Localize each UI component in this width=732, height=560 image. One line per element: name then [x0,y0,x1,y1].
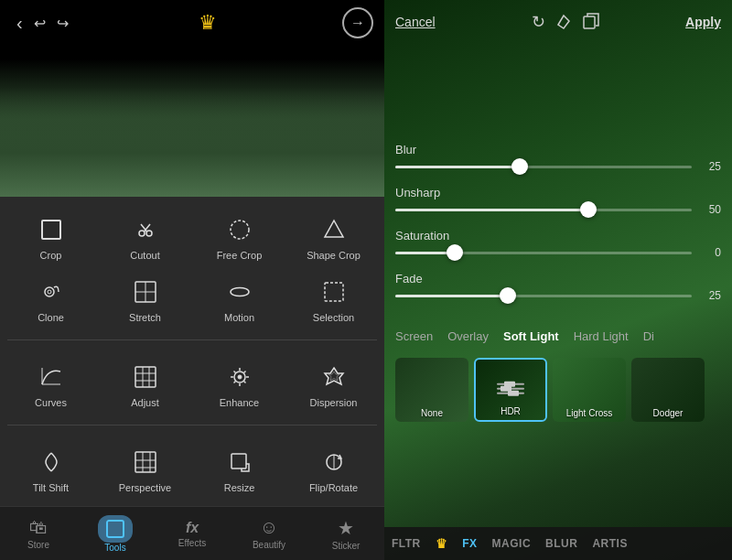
unsharp-value: 50 [699,203,721,216]
blur-label: Blur [395,143,721,156]
svg-point-7 [45,287,54,296]
eraser-icon[interactable] [554,12,573,32]
nav-store[interactable]: 🛍 Store [0,513,77,554]
svg-line-26 [233,372,235,373]
copy-icon[interactable] [582,12,600,32]
nav-sticker[interactable]: ★ Sticker [307,513,384,555]
tab-blur[interactable]: BLUR [545,537,577,550]
tool-clone[interactable]: Clone [4,266,98,328]
blend-overlay[interactable]: Overlay [447,329,489,343]
blend-screen[interactable]: Screen [395,329,433,343]
tilt-shift-label: Tilt Shift [33,482,69,493]
adjust-label: Adjust [131,397,159,408]
cutout-label: Cutout [130,250,159,261]
tab-magic[interactable]: MAGIC [492,537,532,550]
shape-crop-icon [318,213,350,246]
back-button[interactable]: ‹ [11,7,28,39]
svg-point-1 [139,231,145,236]
sticker-label: Sticker [332,541,361,551]
svg-line-27 [243,382,245,383]
apply-button[interactable]: Apply [685,15,721,29]
dispersion-label: Dispersion [310,397,358,408]
nav-tools[interactable]: Tools [77,512,154,556]
blend-di[interactable]: Di [643,329,654,343]
tilt-shift-icon [35,446,68,479]
svg-rect-40 [107,521,124,537]
selection-label: Selection [313,312,354,323]
motion-label: Motion [224,312,254,323]
tool-free-crop[interactable]: Free Crop [192,204,286,266]
blend-hard-light[interactable]: Hard Light [574,329,629,343]
tool-selection[interactable]: Selection [286,266,381,328]
tool-dispersion[interactable]: Dispersion [286,351,381,414]
filter-hdr[interactable]: HDR [474,358,547,422]
svg-point-8 [48,290,51,294]
tool-stretch[interactable]: Stretch [98,266,192,328]
tools-grid-2: Curves Adjust [0,344,384,421]
filter-light-cross[interactable]: Light Cross [553,358,626,422]
tools-tab-bg [98,515,133,543]
blend-soft-light[interactable]: Soft Light [503,329,559,343]
tool-adjust[interactable]: Adjust [98,351,192,414]
svg-point-2 [146,231,152,236]
free-crop-label: Free Crop [217,250,263,261]
tools-grid-3: Tilt Shift Perspective [0,429,384,506]
fade-slider-row: Fade 25 [395,272,721,302]
tab-fltr[interactable]: FLTR [392,537,421,550]
crown-icon: ♛ [193,5,222,40]
blur-track[interactable] [395,166,692,168]
tab-fx[interactable]: FX [462,537,477,550]
svg-rect-0 [42,221,60,239]
right-overlay: Cancel ↻ Apply [384,0,732,560]
unsharp-track[interactable] [395,209,692,211]
undo-button[interactable]: ↩ [28,9,51,38]
saturation-track[interactable] [395,252,692,254]
stretch-label: Stretch [129,312,161,323]
nav-beautify[interactable]: ☺ Beautify [231,513,307,554]
filter-none[interactable]: None [395,358,468,422]
svg-marker-6 [325,221,343,237]
effects-label: Effects [178,538,206,548]
motion-icon [223,275,256,308]
tool-flip-rotate[interactable]: Flip/Rotate [286,436,381,499]
tool-shape-crop[interactable]: Shape Crop [286,204,381,266]
svg-rect-12 [325,283,343,301]
tools-divider-1 [7,339,377,340]
left-image-preview: ‹ ↩ ↪ ♛ → [0,0,384,197]
tool-motion[interactable]: Motion [192,266,286,328]
filter-dodger[interactable]: Dodger [631,358,705,422]
cancel-button[interactable]: Cancel [395,15,436,29]
sticker-icon: ★ [338,517,354,539]
forward-button[interactable]: → [342,7,373,38]
svg-point-5 [231,221,249,239]
tab-artist[interactable]: ARTIS [592,537,628,550]
bottom-nav: 🛍 Store Tools fx Effects ☺ Beautify ★ St… [0,506,384,560]
tool-crop[interactable]: Crop [4,204,98,266]
fade-track[interactable] [395,295,692,297]
redo-button[interactable]: ↪ [51,9,74,38]
tool-resize[interactable]: Resize [192,436,286,499]
filter-dodger-label: Dodger [631,408,705,418]
fade-slider-container: 25 [395,289,721,302]
tools-divider-2 [7,425,377,425]
unsharp-label: Unsharp [395,186,721,199]
nav-effects[interactable]: fx Effects [154,516,231,552]
refresh-icon[interactable]: ↻ [532,12,545,32]
tab-crown-icon[interactable]: ♛ [436,536,448,551]
stretch-icon [129,275,162,308]
tool-cutout[interactable]: Cutout [98,204,192,266]
tool-enhance[interactable]: Enhance [192,351,286,414]
filter-none-label: None [395,408,468,418]
svg-rect-16 [135,367,156,387]
effects-icon: fx [186,520,199,536]
svg-rect-38 [231,454,246,468]
svg-point-30 [238,375,242,379]
tool-perspective[interactable]: Perspective [98,436,192,499]
right-top-bar: Cancel ↻ Apply [384,0,732,44]
svg-line-29 [233,382,235,383]
blend-modes: Screen Overlay Soft Light Hard Light Di [384,322,732,350]
saturation-label: Saturation [395,229,721,242]
tool-curves[interactable]: Curves [4,351,98,414]
tool-tilt-shift[interactable]: Tilt Shift [4,436,98,499]
free-crop-icon [223,213,256,246]
